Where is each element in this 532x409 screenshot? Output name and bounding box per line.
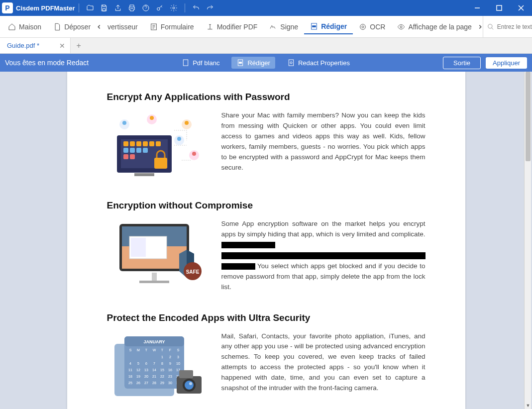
svg-text:7: 7 [153, 362, 155, 365]
section-2-image: SAFE [107, 219, 207, 289]
svg-text:9: 9 [169, 362, 171, 365]
app-logo: P [2, 2, 13, 13]
svg-point-1 [157, 7, 160, 10]
scroll-down-icon[interactable]: ▼ [525, 402, 532, 409]
settings-icon[interactable] [167, 1, 181, 15]
scrollbar-thumb[interactable] [526, 72, 531, 161]
redact-tool-button[interactable]: Rédiger [231, 57, 275, 69]
svg-rect-28 [123, 154, 128, 159]
svg-text:S: S [177, 348, 179, 352]
svg-point-96 [185, 381, 194, 390]
titlebar: P Cisdem PDFMaster [0, 0, 532, 16]
tab-ocr[interactable]: OCR [353, 20, 391, 34]
tab-ocr-label: OCR [370, 23, 385, 31]
open-icon[interactable] [83, 1, 97, 15]
section-3-image: JANUARY SMTWTFS 123 45678910 11121314151… [107, 331, 207, 401]
save-icon[interactable] [97, 1, 111, 15]
svg-point-37 [185, 121, 189, 125]
maximize-button[interactable] [488, 0, 510, 16]
section-3: Protect the Encoded Apps with Ultra Secu… [107, 312, 426, 401]
svg-text:12: 12 [136, 368, 140, 372]
tab-redact[interactable]: Rédiger [304, 19, 353, 34]
svg-text:SAFE: SAFE [186, 269, 199, 275]
svg-text:4: 4 [129, 362, 131, 365]
svg-text:2: 2 [169, 355, 171, 359]
tab-sign[interactable]: Signe [263, 20, 304, 34]
search-icon [487, 23, 494, 30]
apply-button[interactable]: Appliquer [486, 57, 527, 69]
svg-rect-18 [123, 141, 128, 146]
tab-converter-label: vertisseur [107, 23, 138, 31]
add-tab-button[interactable]: + [71, 38, 87, 53]
tab-converter[interactable]: vertisseur [102, 20, 144, 34]
svg-rect-29 [130, 154, 135, 159]
tab-file-label: Déposer [64, 23, 91, 31]
toolbar-prev[interactable] [97, 24, 102, 29]
redo-icon[interactable] [203, 1, 217, 15]
svg-text:26: 26 [136, 381, 140, 385]
svg-text:15: 15 [160, 368, 164, 372]
svg-text:M: M [137, 348, 140, 352]
svg-point-97 [189, 382, 192, 385]
key-icon[interactable] [153, 1, 167, 15]
svg-text:21: 21 [152, 375, 156, 378]
svg-rect-14 [289, 60, 293, 66]
print-icon[interactable] [125, 1, 139, 15]
svg-point-10 [488, 24, 492, 28]
svg-rect-23 [156, 141, 161, 146]
svg-point-33 [150, 116, 154, 120]
svg-point-9 [400, 26, 402, 28]
tab-edit[interactable]: Modifier PDF [200, 20, 264, 34]
tab-view-label: Affichage de la page [408, 23, 471, 31]
redact-properties-button[interactable]: Redact Properties [282, 57, 355, 69]
minimize-button[interactable] [466, 0, 488, 16]
document-tabs: Guide.pdf * ✕ + [0, 38, 532, 54]
tab-home-label: Maison [19, 23, 41, 31]
svg-rect-11 [184, 60, 188, 66]
help-icon[interactable] [139, 1, 153, 15]
redaction-mark-3 [221, 263, 255, 270]
redaction-mark-1 [221, 242, 275, 248]
svg-rect-27 [143, 148, 148, 153]
svg-point-2 [173, 7, 175, 9]
exit-button[interactable]: Sortie [443, 57, 481, 69]
section-1-image [107, 110, 207, 180]
svg-text:22: 22 [160, 375, 164, 378]
share-icon[interactable] [111, 1, 125, 15]
svg-text:S: S [129, 348, 131, 352]
tab-close-icon[interactable]: ✕ [59, 42, 65, 50]
vertical-scrollbar[interactable]: ▲ ▼ [524, 72, 531, 409]
svg-text:28: 28 [152, 381, 156, 385]
exit-label: Sortie [453, 59, 470, 67]
blank-pdf-button[interactable]: Pdf blanc [177, 57, 224, 69]
svg-text:25: 25 [128, 381, 132, 385]
svg-rect-21 [143, 141, 148, 146]
tab-file[interactable]: Déposer [47, 20, 97, 34]
svg-rect-48 [139, 281, 169, 283]
tab-form[interactable]: Formulaire [144, 20, 200, 34]
toolbar-next[interactable] [478, 24, 483, 29]
svg-text:29: 29 [160, 381, 164, 385]
tab-form-label: Formulaire [161, 23, 194, 31]
svg-rect-13 [239, 62, 242, 64]
document-tab-label: Guide.pdf * [7, 42, 39, 49]
svg-rect-19 [130, 141, 135, 146]
svg-rect-94 [179, 370, 193, 378]
svg-text:3: 3 [177, 355, 179, 359]
svg-rect-3 [497, 5, 502, 10]
tab-view[interactable]: Affichage de la page [391, 20, 477, 34]
undo-icon[interactable] [189, 1, 203, 15]
svg-rect-46 [131, 238, 146, 257]
main-toolbar: Maison Déposer vertisseur Formulaire Mod… [0, 16, 532, 38]
document-tab[interactable]: Guide.pdf * ✕ [0, 38, 71, 53]
redact-tool-label: Rédiger [247, 59, 270, 67]
pdf-page: Encrypt Any Applications with Password [67, 72, 465, 409]
section-1-title: Encrypt Any Applications with Password [107, 92, 426, 102]
close-button[interactable] [510, 0, 532, 16]
document-area[interactable]: Encrypt Any Applications with Password [0, 72, 532, 409]
svg-text:14: 14 [152, 368, 156, 372]
section-2-text-1: Some App encryption software on the mark… [221, 220, 426, 238]
tab-home[interactable]: Maison [2, 20, 47, 34]
search-input[interactable] [497, 23, 532, 30]
app-name: Cisdem PDFMaster [16, 4, 75, 12]
